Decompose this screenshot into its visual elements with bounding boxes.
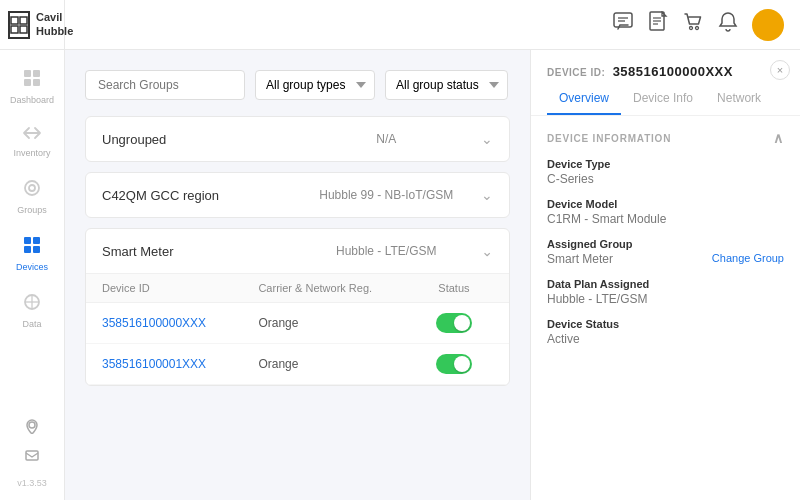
sidebar-nav: Dashboard Inventory Groups — [0, 50, 64, 406]
panel-header: × DEVICE ID: 358516100000XXX Overview De… — [531, 50, 800, 116]
col-header-status: Status — [415, 282, 493, 294]
filter-bar: All group types Type 1 Type 2 All group … — [85, 70, 510, 100]
close-button[interactable]: × — [770, 60, 790, 80]
group-header-ungrouped[interactable]: Ungrouped N/A ⌄ — [86, 117, 509, 161]
col-header-carrier: Carrier & Network Reg. — [258, 282, 414, 294]
sidebar-item-dashboard[interactable]: Dashboard — [0, 58, 64, 115]
assigned-group-row: Smart Meter Change Group — [547, 252, 784, 266]
sidebar-bottom: v1.3.53 — [0, 406, 64, 500]
devices-label: Devices — [16, 262, 48, 272]
sidebar-item-data[interactable]: Data — [0, 282, 64, 339]
bell-icon[interactable] — [718, 11, 738, 38]
chevron-ungrouped: ⌄ — [481, 131, 493, 147]
group-header-c42qm[interactable]: C42QM GCC region Hubble 99 - NB-IoT/GSM … — [86, 173, 509, 217]
svg-rect-11 — [33, 237, 40, 244]
svg-point-27 — [690, 27, 693, 30]
device-carrier-0: Orange — [258, 316, 414, 330]
svg-rect-13 — [33, 246, 40, 253]
avatar[interactable] — [752, 9, 784, 41]
group-card-c42qm: C42QM GCC region Hubble 99 - NB-IoT/GSM … — [85, 172, 510, 218]
logo-icon — [8, 11, 30, 39]
section-toggle[interactable]: ∧ — [773, 130, 784, 146]
status-toggle-0[interactable] — [436, 313, 472, 333]
svg-rect-2 — [11, 26, 18, 33]
group-type-select[interactable]: All group types Type 1 Type 2 — [255, 70, 375, 100]
group-meta-c42qm: Hubble 99 - NB-IoT/GSM — [292, 188, 482, 202]
device-row-1[interactable]: 358516100001XXX Orange — [86, 344, 509, 385]
chat-icon[interactable] — [612, 11, 634, 38]
group-header-smart-meter[interactable]: Smart Meter Hubble - LTE/GSM ⌃ — [86, 229, 509, 273]
svg-rect-12 — [24, 246, 31, 253]
devices-icon — [22, 235, 42, 258]
logo: Cavil Hubble — [0, 0, 64, 50]
sidebar-item-devices[interactable]: Devices — [0, 225, 64, 282]
groups-icon — [22, 178, 42, 201]
device-type-label: Device Type — [547, 158, 784, 170]
svg-point-28 — [696, 27, 699, 30]
sidebar: Cavil Hubble Dashboard Inv — [0, 0, 65, 500]
chevron-c42qm: ⌄ — [481, 187, 493, 203]
info-field-device-status: Device Status Active — [547, 318, 784, 346]
data-label: Data — [22, 319, 41, 329]
svg-rect-10 — [24, 237, 31, 244]
svg-rect-4 — [24, 70, 31, 77]
info-field-data-plan: Data Plan Assigned Hubble - LTE/GSM — [547, 278, 784, 306]
svg-rect-5 — [33, 70, 40, 77]
device-status-label: Device Status — [547, 318, 784, 330]
group-meta-smart-meter: Hubble - LTE/GSM — [292, 244, 482, 258]
chevron-smart-meter: ⌃ — [481, 243, 493, 259]
group-card-smart-meter: Smart Meter Hubble - LTE/GSM ⌃ Device ID… — [85, 228, 510, 386]
group-card-ungrouped: Ungrouped N/A ⌄ — [85, 116, 510, 162]
svg-rect-0 — [11, 17, 18, 24]
data-plan-value: Hubble - LTE/GSM — [547, 292, 784, 306]
svg-point-18 — [29, 422, 35, 428]
status-toggle-1[interactable] — [436, 354, 472, 374]
col-header-device-id: Device ID — [102, 282, 258, 294]
assigned-group-label: Assigned Group — [547, 238, 784, 250]
tab-device-info[interactable]: Device Info — [621, 83, 705, 115]
panel-tabs: Overview Device Info Network — [547, 83, 784, 115]
change-group-link[interactable]: Change Group — [712, 252, 784, 264]
dashboard-icon — [22, 68, 42, 91]
device-model-value: C1RM - Smart Module — [547, 212, 784, 226]
device-id-value: 358516100000XXX — [613, 64, 733, 79]
svg-rect-1 — [20, 17, 27, 24]
topbar — [65, 0, 800, 50]
svg-point-9 — [29, 185, 35, 191]
group-meta-ungrouped: N/A — [292, 132, 482, 146]
cart-icon[interactable] — [682, 11, 704, 38]
panel-body: DEVICE INFORMATION ∧ Device Type C-Serie… — [531, 116, 800, 372]
location-bottom-item[interactable] — [20, 414, 44, 438]
svg-point-8 — [25, 181, 39, 195]
doc-icon[interactable] — [648, 11, 668, 38]
main-content: All group types Type 1 Type 2 All group … — [65, 50, 800, 500]
device-id-0: 358516100000XXX — [102, 316, 258, 330]
detail-panel: × DEVICE ID: 358516100000XXX Overview De… — [530, 50, 800, 500]
device-status-1 — [415, 354, 493, 374]
tab-network[interactable]: Network — [705, 83, 773, 115]
sidebar-item-groups[interactable]: Groups — [0, 168, 64, 225]
svg-rect-3 — [20, 26, 27, 33]
groups-label: Groups — [17, 205, 47, 215]
info-field-device-model: Device Model C1RM - Smart Module — [547, 198, 784, 226]
group-title-c42qm: C42QM GCC region — [102, 188, 292, 203]
sidebar-item-inventory[interactable]: Inventory — [0, 115, 64, 168]
svg-rect-7 — [33, 79, 40, 86]
device-status-value: Active — [547, 332, 784, 346]
group-title-ungrouped: Ungrouped — [102, 132, 292, 147]
device-id-label: DEVICE ID: 358516100000XXX — [547, 64, 784, 79]
search-groups-input[interactable] — [85, 70, 245, 100]
data-plan-label: Data Plan Assigned — [547, 278, 784, 290]
device-carrier-1: Orange — [258, 357, 414, 371]
info-field-assigned-group: Assigned Group Smart Meter Change Group — [547, 238, 784, 266]
inventory-label: Inventory — [13, 148, 50, 158]
device-model-label: Device Model — [547, 198, 784, 210]
data-icon — [22, 292, 42, 315]
device-table-header: Device ID Carrier & Network Reg. Status — [86, 274, 509, 303]
group-status-select[interactable]: All group status Active Inactive — [385, 70, 508, 100]
device-status-0 — [415, 313, 493, 333]
info-field-device-type: Device Type C-Series — [547, 158, 784, 186]
device-row-0[interactable]: 358516100000XXX Orange — [86, 303, 509, 344]
tab-overview[interactable]: Overview — [547, 83, 621, 115]
message-bottom-item[interactable] — [20, 444, 44, 468]
